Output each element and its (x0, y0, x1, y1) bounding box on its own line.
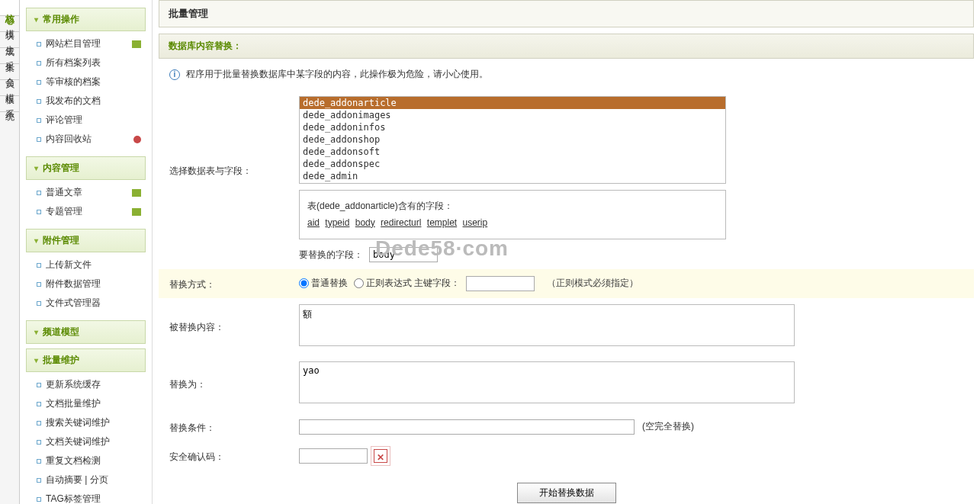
replace-field-input[interactable] (369, 247, 438, 262)
table-option[interactable]: dede_admintype (300, 182, 725, 184)
sidebar-item-label: 附件数据管理 (46, 278, 101, 291)
label-select-table: 选择数据表与字段： (169, 96, 299, 262)
sidebar-item[interactable]: 评论管理 (32, 111, 146, 130)
captcha-input[interactable] (299, 448, 368, 464)
sidebar-item-label: 所有档案列表 (46, 56, 101, 69)
field-box: 表(dede_addonarticle)含有的字段： aid typeid bo… (299, 190, 726, 239)
row-from: 被替换内容： (159, 298, 974, 355)
vtab-core[interactable]: 核心 (0, 0, 19, 16)
sidebar-item[interactable]: TAG标签管理 (32, 490, 146, 504)
sidebar-item-label: 更新系统缓存 (46, 378, 101, 391)
bullet-icon (37, 42, 41, 47)
bullet-icon (37, 191, 41, 195)
field-link[interactable]: redirecturl (381, 217, 421, 228)
label-mode: 替换方式： (169, 275, 299, 291)
sidebar-item-label: 我发布的文档 (46, 95, 101, 108)
bullet-icon (37, 137, 41, 142)
row-captcha: 安全确认码： ✕ (159, 441, 974, 470)
bullet-icon (37, 497, 41, 502)
field-link[interactable]: aid (307, 217, 320, 228)
sidebar-item-label: 内容回收站 (46, 133, 92, 146)
sidebar-item[interactable]: 重复文档检测 (32, 451, 146, 470)
radio-normal[interactable]: 普通替换 (299, 277, 348, 290)
section-replace-header: 数据库内容替换： (159, 34, 974, 59)
row-select-table: 选择数据表与字段： dede_addonarticledede_addonima… (159, 90, 974, 269)
bullet-icon (37, 459, 41, 464)
fieldbox-prefix: 表(dede_addonarticle)含有的字段： (307, 198, 718, 215)
bullet-icon (37, 440, 41, 445)
sidebar-item-label: 评论管理 (46, 114, 82, 127)
table-select[interactable]: dede_addonarticledede_addonimagesdede_ad… (299, 96, 726, 184)
sidebar-item[interactable]: 专题管理 (32, 202, 146, 221)
accordion-header[interactable]: 频道模型 (26, 320, 146, 344)
bullet-icon (37, 99, 41, 104)
table-option[interactable]: dede_addonarticle (300, 97, 725, 109)
green-badge-icon (132, 208, 141, 216)
bullet-icon (37, 61, 41, 66)
accordion-header[interactable]: 附件管理 (26, 229, 146, 252)
sidebar-item[interactable]: 搜索关键词维护 (32, 413, 146, 432)
label-cond: 替换条件： (169, 419, 299, 435)
mode-hint: （正则模式必须指定） (547, 277, 638, 290)
sidebar-item[interactable]: 文档批量维护 (32, 394, 146, 413)
sidebar-item[interactable]: 等审核的档案 (32, 72, 146, 91)
sidebar-item[interactable]: 文件式管理器 (32, 294, 146, 313)
vtab-generate[interactable]: 生成 (0, 32, 19, 48)
table-option[interactable]: dede_addonshop (300, 133, 725, 146)
info-row: i 程序用于批量替换数据库中某字段的内容，此操作极为危险，请小心使用。 (159, 59, 974, 90)
sidebar-item-label: 搜索关键词维护 (46, 416, 110, 429)
sidebar-item[interactable]: 附件数据管理 (32, 274, 146, 294)
sidebar-item-label: 等审核的档案 (46, 75, 101, 88)
row-mode: 替换方式： 普通替换 正则表达式 主键字段： （正则模式必须指定） (159, 269, 974, 298)
field-link[interactable]: templet (427, 217, 457, 228)
sidebar-item-label: 网站栏目管理 (46, 37, 101, 50)
sidebar-item[interactable]: 所有档案列表 (32, 53, 146, 72)
green-badge-icon (132, 40, 141, 48)
accordion-header[interactable]: 常用操作 (26, 8, 146, 31)
from-textarea[interactable] (299, 304, 795, 346)
accordion-header[interactable]: 内容管理 (26, 156, 146, 180)
table-option[interactable]: dede_addonimages (300, 109, 725, 121)
regex-pk-input[interactable] (466, 276, 535, 291)
captcha-image[interactable]: ✕ (374, 449, 387, 463)
sidebar-item[interactable]: 文档关键词维护 (32, 432, 146, 451)
bullet-icon (37, 80, 41, 85)
sidebar-item[interactable]: 自动摘要 | 分页 (32, 470, 146, 490)
vtab-collect[interactable]: 采集 (0, 48, 19, 64)
info-text: 程序用于批量替换数据库中某字段的内容，此操作极为危险，请小心使用。 (186, 68, 488, 81)
vtab-member[interactable]: 会员 (0, 64, 19, 80)
vtab-system[interactable]: 系统 (0, 96, 19, 112)
table-option[interactable]: dede_addoninfos (300, 121, 725, 133)
field-link[interactable]: userip (463, 217, 488, 228)
table-option[interactable]: dede_addonspec (300, 158, 725, 170)
field-link[interactable]: body (355, 217, 375, 228)
sidebar-item-label: 文档关键词维护 (46, 435, 110, 448)
vtab-module[interactable]: 模块 (0, 16, 19, 32)
to-textarea[interactable] (299, 361, 795, 403)
sidebar-item-label: 普通文章 (46, 186, 82, 199)
label-to: 替换为： (169, 361, 299, 406)
bullet-icon (37, 478, 41, 483)
radio-regex[interactable]: 正则表达式 主键字段： (354, 277, 460, 290)
table-option[interactable]: dede_addonsoft (300, 146, 725, 158)
sidebar-item[interactable]: 内容回收站 (32, 130, 146, 149)
submit-button[interactable]: 开始替换数据 (517, 483, 616, 503)
sidebar-item[interactable]: 上传新文件 (32, 255, 146, 274)
sidebar-item[interactable]: 网站栏目管理 (32, 34, 146, 53)
page-title: 批量管理 (159, 0, 974, 27)
table-option[interactable]: dede_admin (300, 170, 725, 182)
sidebar-item-label: 自动摘要 | 分页 (46, 474, 108, 486)
sidebar-item-label: 专题管理 (46, 205, 82, 218)
bullet-icon (37, 421, 41, 425)
info-icon: i (169, 69, 180, 80)
cond-input[interactable] (299, 419, 635, 435)
vertical-tabs: 核心 模块 生成 采集 会员 模板 系统 (0, 0, 20, 504)
vtab-template[interactable]: 模板 (0, 80, 19, 96)
sidebar-item[interactable]: 我发布的文档 (32, 91, 146, 111)
label-captcha: 安全确认码： (169, 448, 299, 464)
sidebar-item[interactable]: 普通文章 (32, 183, 146, 202)
red-badge-icon (133, 136, 141, 143)
sidebar-item[interactable]: 更新系统缓存 (32, 375, 146, 394)
accordion-header[interactable]: 批量维护 (26, 348, 146, 372)
field-link[interactable]: typeid (325, 217, 349, 228)
